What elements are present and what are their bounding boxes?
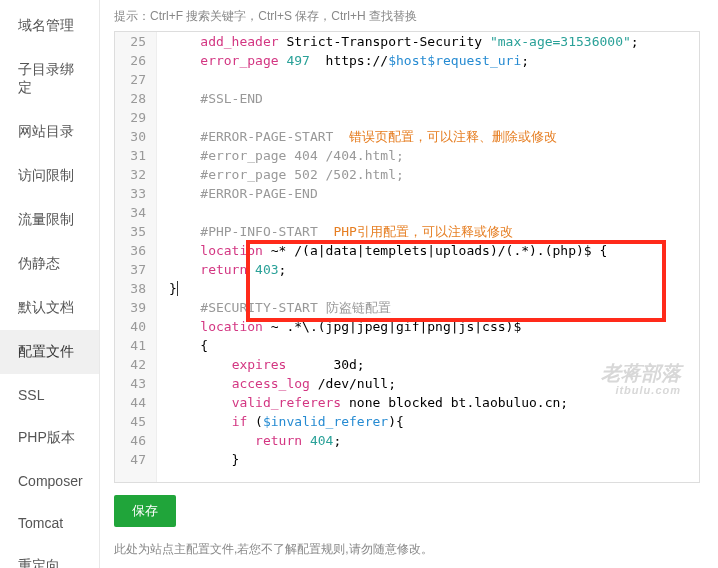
code-line[interactable]: return 403; [161,260,699,279]
code-line[interactable]: add_header Strict-Transport-Security "ma… [161,32,699,51]
code-line[interactable] [161,70,699,89]
code-line[interactable] [161,108,699,127]
code-line[interactable]: access_log /dev/null; [161,374,699,393]
code-line[interactable]: location ~ .*\.(jpg|jpeg|gif|png|js|css)… [161,317,699,336]
sidebar-item-6[interactable]: 默认文档 [0,286,99,330]
code-line[interactable]: expires 30d; [161,355,699,374]
code-line[interactable]: #ERROR-PAGE-START 错误页配置，可以注释、删除或修改 [161,127,699,146]
sidebar-item-11[interactable]: Tomcat [0,502,99,544]
editor-hint: 提示：Ctrl+F 搜索关键字，Ctrl+S 保存，Ctrl+H 查找替换 [114,8,700,25]
code-line[interactable]: #error_page 404 /404.html; [161,146,699,165]
code-line[interactable]: valid_referers none blocked bt.laobuluo.… [161,393,699,412]
code-line[interactable]: } [161,279,699,298]
code-line[interactable]: location ~* /(a|data|templets|uploads)/(… [161,241,699,260]
main-panel: 提示：Ctrl+F 搜索关键字，Ctrl+S 保存，Ctrl+H 查找替换 25… [100,0,718,568]
line-gutter: 2526272829303132333435363738394041424344… [115,32,157,482]
code-line[interactable]: } [161,450,699,469]
config-editor[interactable]: 2526272829303132333435363738394041424344… [114,31,700,483]
code-line[interactable]: return 404; [161,431,699,450]
code-line[interactable]: error_page 497 https://$host$request_uri… [161,51,699,70]
sidebar-item-0[interactable]: 域名管理 [0,4,99,48]
sidebar-item-10[interactable]: Composer [0,460,99,502]
sidebar-item-3[interactable]: 访问限制 [0,154,99,198]
code-line[interactable]: #PHP-INFO-START PHP引用配置，可以注释或修改 [161,222,699,241]
sidebar-item-8[interactable]: SSL [0,374,99,416]
sidebar-item-2[interactable]: 网站目录 [0,110,99,154]
code-line[interactable]: #SSL-END [161,89,699,108]
code-line[interactable]: if ($invalid_referer){ [161,412,699,431]
sidebar-item-9[interactable]: PHP版本 [0,416,99,460]
code-line[interactable]: #SECURITY-START 防盗链配置 [161,298,699,317]
save-button[interactable]: 保存 [114,495,176,527]
code-line[interactable] [161,203,699,222]
sidebar-item-4[interactable]: 流量限制 [0,198,99,242]
code-line[interactable]: { [161,336,699,355]
code-line[interactable]: #error_page 502 /502.html; [161,165,699,184]
config-note: 此处为站点主配置文件,若您不了解配置规则,请勿随意修改。 [114,541,700,558]
code-area[interactable]: add_header Strict-Transport-Security "ma… [157,32,699,482]
sidebar-item-1[interactable]: 子目录绑定 [0,48,99,110]
sidebar-item-7[interactable]: 配置文件 [0,330,99,374]
sidebar: 域名管理子目录绑定网站目录访问限制流量限制伪静态默认文档配置文件SSLPHP版本… [0,0,100,568]
sidebar-item-12[interactable]: 重定向 [0,544,99,568]
code-line[interactable]: #ERROR-PAGE-END [161,184,699,203]
sidebar-item-5[interactable]: 伪静态 [0,242,99,286]
